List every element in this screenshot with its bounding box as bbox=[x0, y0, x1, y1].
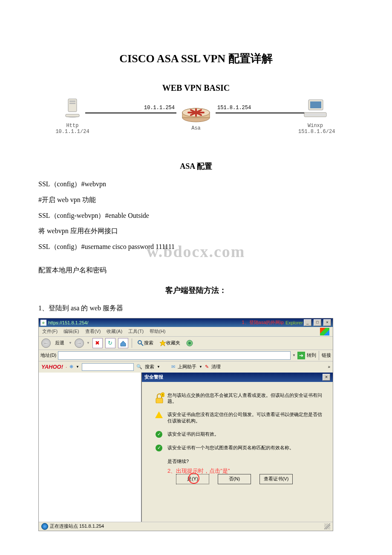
globe-icon bbox=[41, 523, 48, 530]
svg-point-16 bbox=[188, 342, 191, 344]
window-title-url: https://151.8.1.254/ bbox=[48, 320, 240, 325]
dialog-msg-3: 该安全证书的日期有效。 bbox=[167, 431, 324, 438]
link-ip-right: 151.8.1.254 bbox=[217, 105, 251, 111]
search-icon bbox=[137, 340, 144, 347]
star-icon bbox=[159, 340, 166, 347]
dialog-msg-2: 该安全证书由您没有选定信任的公司颁发。可以查看证书以便确定您是否信任该验证机构。 bbox=[167, 411, 324, 424]
svg-text:!: ! bbox=[162, 393, 163, 397]
view-cert-button[interactable]: 查看证书(V) bbox=[259, 474, 293, 484]
menu-help[interactable]: 帮助(H) bbox=[150, 328, 165, 335]
address-bar: 地址(D) ▼ ➔ 转到 链接 bbox=[39, 350, 333, 361]
links-label[interactable]: 链接 bbox=[322, 352, 331, 358]
security-alert-dialog: 安全警报 × ! 您与该站点交换的信息不会被其它人查看或更改。但该站点的安全证书… bbox=[141, 373, 333, 522]
forward-button[interactable]: → bbox=[75, 338, 84, 348]
yahoo-toolbar: YAHOO! · ❋ ▼ 🔍 搜索 ▼ ✉ 上网助手 ▼ ✎ 清理 » bbox=[39, 361, 333, 373]
config-line: 配置本地用户名和密码 bbox=[38, 264, 354, 277]
home-button[interactable] bbox=[118, 338, 128, 348]
check-icon: ✓ bbox=[156, 445, 162, 451]
link-line-2 bbox=[216, 113, 305, 113]
no-button[interactable]: 否(N) bbox=[218, 474, 251, 484]
config-line: #开启 web vpn 功能 bbox=[38, 194, 354, 206]
close-button[interactable]: × bbox=[323, 319, 331, 326]
media-button[interactable] bbox=[184, 338, 196, 348]
address-input[interactable] bbox=[58, 351, 291, 360]
svg-point-13 bbox=[138, 341, 141, 344]
browser-screenshot: e https://151.8.1.254/ 1、登陆asa的外网ip Expl… bbox=[38, 318, 333, 531]
annotation-1: 1、登陆asa的外网ip bbox=[242, 319, 283, 326]
network-diagram: Http 10.1.1.1/24 10.1.1.254 Asa 151.8.1.… bbox=[38, 97, 354, 153]
yahoo-settings-icon[interactable]: ❋ bbox=[69, 364, 73, 370]
computer-icon bbox=[303, 97, 328, 121]
svg-rect-12 bbox=[305, 113, 326, 116]
toolbar: ← 后退 ▼ → ▼ ✖ ↻ 搜索 收藏夹 bbox=[39, 337, 333, 350]
server-icon bbox=[63, 97, 82, 121]
pc-ip: 151.8.1.6/24 bbox=[298, 129, 332, 135]
config-line: SSL（config-webvpn）#enable Outside bbox=[38, 210, 354, 222]
asa-label: Asa bbox=[175, 125, 217, 131]
menu-bar: 文件(F) 编辑(E) 查看(V) 收藏(A) 工具(T) 帮助(H) bbox=[39, 327, 333, 337]
status-bar: 正在连接站点 151.8.1.254 bbox=[39, 522, 333, 531]
menu-tool[interactable]: 工具(T) bbox=[128, 328, 144, 335]
go-button[interactable]: ➔ bbox=[297, 352, 305, 359]
clean-icon[interactable]: ✎ bbox=[205, 364, 209, 370]
svg-rect-1 bbox=[69, 101, 75, 102]
resize-grip bbox=[324, 523, 330, 529]
config-line: 将 webvpn 应用在外网接口 bbox=[38, 225, 354, 237]
go-label: 转到 bbox=[307, 352, 316, 358]
minimize-button[interactable]: _ bbox=[304, 319, 311, 326]
yahoo-clean[interactable]: 清理 bbox=[211, 364, 221, 370]
pc-node: Winxp 151.8.1.6/24 bbox=[298, 97, 332, 135]
menu-view[interactable]: 查看(V) bbox=[85, 328, 101, 335]
yahoo-search-label[interactable]: 搜索 bbox=[145, 364, 154, 370]
dialog-msg-4: 该安全证书有一个与您试图查看的网页名称匹配的有效名称。 bbox=[167, 445, 324, 451]
maximize-button[interactable]: □ bbox=[314, 319, 321, 326]
dialog-question: 是否继续? bbox=[167, 458, 324, 465]
status-text: 正在连接站点 151.8.1.254 bbox=[50, 523, 104, 529]
section-heading: WEB VPN BASIC bbox=[38, 83, 354, 93]
dialog-msg-1: 您与该站点交换的信息不会被其它人查看或更改。但该站点的安全证书有问题。 bbox=[167, 392, 324, 405]
search-button[interactable]: 搜索 bbox=[135, 338, 155, 348]
yes-button[interactable]: 是(Y) bbox=[176, 474, 209, 484]
svg-rect-10 bbox=[310, 101, 321, 108]
menu-file[interactable]: 文件(F) bbox=[42, 328, 58, 335]
dialog-close-button[interactable]: × bbox=[323, 374, 330, 381]
yahoo-search-input[interactable] bbox=[82, 363, 134, 371]
yahoo-logo: YAHOO! bbox=[41, 364, 63, 370]
svg-rect-2 bbox=[69, 103, 75, 104]
lock-warning-icon: ! bbox=[153, 392, 164, 403]
step-label: 1、登陆到 asa 的 web 服务器 bbox=[38, 302, 354, 315]
favorites-button[interactable]: 收藏夹 bbox=[158, 338, 182, 348]
client-heading: 客户端登陆方法： bbox=[38, 285, 354, 295]
server-label: Http bbox=[55, 123, 89, 129]
link-ip-left: 10.1.1.254 bbox=[144, 105, 175, 111]
page-title: CISCO ASA SSL VPN 配置详解 bbox=[38, 51, 354, 66]
server-ip: 10.1.1.1/24 bbox=[55, 129, 89, 135]
svg-rect-4 bbox=[66, 114, 79, 117]
windows-flag-icon bbox=[320, 328, 329, 335]
pc-label: Winxp bbox=[298, 123, 332, 129]
address-label: 地址(D) bbox=[40, 352, 56, 358]
ie-icon: e bbox=[40, 320, 46, 326]
svg-line-14 bbox=[141, 344, 143, 346]
server-node: Http 10.1.1.1/24 bbox=[55, 97, 89, 135]
menu-edit[interactable]: 编辑(E) bbox=[63, 328, 79, 335]
menu-fav[interactable]: 收藏(A) bbox=[107, 328, 122, 335]
yahoo-helper[interactable]: 上网助手 bbox=[178, 364, 196, 370]
window-titlebar: e https://151.8.1.254/ 1、登陆asa的外网ip Expl… bbox=[39, 318, 333, 327]
back-label[interactable]: 后退 bbox=[53, 338, 66, 348]
annotation-circle bbox=[188, 473, 199, 484]
yahoo-search-icon[interactable]: 🔍 bbox=[136, 364, 142, 370]
link-line-1 bbox=[85, 113, 176, 113]
helper-icon[interactable]: ✉ bbox=[171, 364, 175, 370]
refresh-button[interactable]: ↻ bbox=[105, 338, 115, 348]
media-icon bbox=[186, 340, 194, 347]
stop-button[interactable]: ✖ bbox=[92, 338, 103, 348]
config-line: SSL（config）#username cisco password 1111… bbox=[38, 241, 354, 253]
asa-node: Asa bbox=[175, 97, 217, 131]
dialog-titlebar: 安全警报 × bbox=[142, 373, 333, 382]
home-icon bbox=[120, 340, 127, 347]
svg-rect-17 bbox=[156, 398, 163, 403]
back-button[interactable]: ← bbox=[41, 338, 51, 348]
dialog-title: 安全警报 bbox=[144, 374, 163, 380]
warning-icon bbox=[155, 411, 163, 418]
